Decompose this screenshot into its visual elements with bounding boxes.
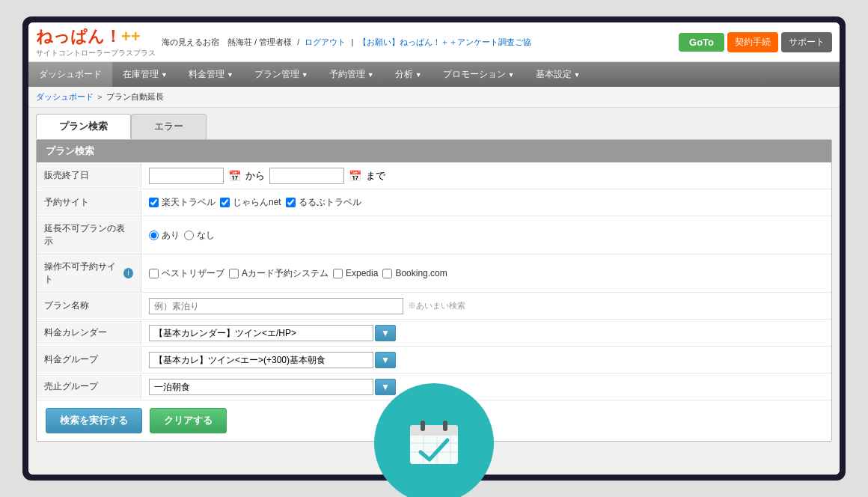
nav-settings-arrow: ▼ xyxy=(574,71,581,79)
radio-nashi[interactable]: なし xyxy=(184,229,215,242)
nav-rate-arrow: ▼ xyxy=(227,71,233,79)
sale-end-date-from[interactable] xyxy=(149,168,224,184)
label-rate-calendar: 料金カレンダー xyxy=(37,320,141,345)
svg-rect-4 xyxy=(443,421,447,431)
tab-plan-search[interactable]: プラン検索 xyxy=(36,114,131,139)
nav-inventory-arrow: ▼ xyxy=(161,71,168,79)
cal-to-icon: 📅 xyxy=(349,170,361,182)
rate-group-select[interactable]: 【基本カレ】ツイン<エー>(+300)基本朝食 xyxy=(149,352,373,368)
calendar-circle xyxy=(374,383,494,497)
sale-end-date-to[interactable] xyxy=(269,168,344,184)
contract-button[interactable]: 契約手続 xyxy=(727,32,778,52)
form-panel-header: プラン検索 xyxy=(37,140,831,162)
plan-name-input[interactable] xyxy=(149,298,403,314)
nav-promo[interactable]: プロモーション ▼ xyxy=(433,62,525,87)
checkbox-booking-input[interactable] xyxy=(382,269,392,278)
nav-dashboard[interactable]: ダッシュボード xyxy=(28,62,112,87)
goto-button[interactable]: GoTo xyxy=(679,33,724,52)
tabs-area: プラン検索 エラー xyxy=(28,108,840,139)
field-rate-group: 【基本カレ】ツイン<エー>(+300)基本朝食 ▼ xyxy=(141,347,831,373)
logout-link[interactable]: ログアウト xyxy=(305,37,346,48)
enquete-link[interactable]: 【お願い】ねっぱん！＋＋アンケート調査ご協 xyxy=(358,37,531,48)
info-icon[interactable]: i xyxy=(123,268,133,278)
nav-plan-label: プラン管理 xyxy=(254,68,299,81)
label-booking-site: 予約サイト xyxy=(37,190,141,215)
tab-plan-search-label: プラン検索 xyxy=(59,121,108,132)
clear-button[interactable]: クリアする xyxy=(150,408,227,433)
checkbox-rurubu[interactable]: るるぶトラベル xyxy=(286,196,361,209)
nav-inventory[interactable]: 在庫管理 ▼ xyxy=(112,62,178,87)
checkbox-acard[interactable]: Aカード予約システム xyxy=(229,267,328,280)
nav-analysis[interactable]: 分析 ▼ xyxy=(385,62,433,87)
row-unavailable-site: 操作不可予約サイト i ベストリザーブ Aカード予約システム xyxy=(37,254,831,293)
label-unavailable-site: 操作不可予約サイト i xyxy=(37,254,141,292)
checkbox-acard-input[interactable] xyxy=(229,269,239,278)
field-plan-name: ※あいまい検索 xyxy=(141,293,831,319)
checkbox-expedia-input[interactable] xyxy=(333,269,343,278)
nav-promo-arrow: ▼ xyxy=(508,71,515,79)
logo-area: ねっぱん！++ サイトコントローラープラスプラス xyxy=(36,25,156,58)
search-button[interactable]: 検索を実行する xyxy=(46,408,142,433)
breadcrumb-home[interactable]: ダッシュボード xyxy=(36,92,94,101)
header-buttons: GoTo 契約手続 サポート xyxy=(679,32,832,52)
field-booking-site: 楽天トラベル じゃらんnet るるぶトラベル xyxy=(141,192,831,213)
radio-nashi-input[interactable] xyxy=(184,231,194,240)
checkbox-expedia[interactable]: Expedia xyxy=(333,268,378,278)
nav-plan-arrow: ▼ xyxy=(302,71,308,79)
rate-calendar-select[interactable]: 【基本カレンダー】ツイン<エ/HP> xyxy=(149,325,373,341)
nav-rate-label: 料金管理 xyxy=(189,68,224,81)
tab-error-label: エラー xyxy=(154,121,183,132)
label-sale-end-date: 販売終了日 xyxy=(37,163,141,188)
sale-group-select[interactable]: 一泊朝食 xyxy=(149,379,373,395)
checkbox-booking[interactable]: Booking.com xyxy=(382,268,447,278)
sale-group-select-wrap: 一泊朝食 ▼ xyxy=(149,379,396,395)
radio-ari[interactable]: あり xyxy=(149,229,180,242)
radio-ari-input[interactable] xyxy=(149,231,159,240)
label-extension-display: 延長不可プランの表示 xyxy=(37,216,141,254)
plan-name-hint: ※あいまい検索 xyxy=(408,300,465,311)
breadcrumb-separator: ＞ xyxy=(96,92,106,101)
row-extension-display: 延長不可プランの表示 あり なし xyxy=(37,216,831,254)
field-sale-group: 一泊朝食 ▼ xyxy=(141,374,831,400)
checkbox-rurubu-input[interactable] xyxy=(286,198,296,207)
logo-main: ねっぱん！++ xyxy=(36,25,156,48)
screen-frame: ねっぱん！++ サイトコントローラープラスプラス 海の見えるお宿 熱海荘 / 管… xyxy=(22,16,846,481)
field-rate-calendar: 【基本カレンダー】ツイン<エ/HP> ▼ xyxy=(141,320,831,346)
checkbox-jalan-input[interactable] xyxy=(220,198,230,207)
field-sale-end-date: 📅 から 📅 まで xyxy=(141,163,831,189)
checkbox-rakuten-input[interactable] xyxy=(149,198,159,207)
header-info: 海の見えるお宿 熱海荘 / 管理者様 / ログアウト | 【お願い】ねっぱん！＋… xyxy=(162,37,673,48)
checkbox-rakuten[interactable]: 楽天トラベル xyxy=(149,196,216,209)
cal-from-icon: 📅 xyxy=(228,170,241,182)
breadcrumb: ダッシュボード ＞ プラン自動延長 xyxy=(28,87,840,108)
label-plan-name: プラン名称 xyxy=(37,293,141,318)
nav-promo-label: プロモーション xyxy=(443,68,506,81)
nav-reservation[interactable]: 予約管理 ▼ xyxy=(319,62,385,87)
nav-reservation-label: 予約管理 xyxy=(329,68,365,81)
label-rate-group: 料金グループ xyxy=(37,347,141,372)
nav-plan[interactable]: プラン管理 ▼ xyxy=(244,62,319,87)
nav-inventory-label: 在庫管理 xyxy=(123,68,159,81)
nav-dashboard-label: ダッシュボード xyxy=(39,68,102,81)
row-plan-name: プラン名称 ※あいまい検索 xyxy=(37,293,831,320)
rate-group-select-wrap: 【基本カレ】ツイン<エー>(+300)基本朝食 ▼ xyxy=(149,352,396,368)
tab-error[interactable]: エラー xyxy=(131,114,207,139)
checkbox-bestresv-input[interactable] xyxy=(149,269,159,278)
support-button[interactable]: サポート xyxy=(781,32,832,52)
row-rate-group: 料金グループ 【基本カレ】ツイン<エー>(+300)基本朝食 ▼ xyxy=(37,347,831,373)
calendar-icon xyxy=(404,413,464,473)
nav-rate[interactable]: 料金管理 ▼ xyxy=(178,62,244,87)
hotel-info: 海の見えるお宿 熱海荘 / 管理者様 xyxy=(162,37,292,48)
rate-group-dropdown-btn[interactable]: ▼ xyxy=(375,352,396,368)
checkbox-jalan[interactable]: じゃらんnet xyxy=(220,196,281,209)
top-header: ねっぱん！++ サイトコントローラープラスプラス 海の見えるお宿 熱海荘 / 管… xyxy=(28,22,840,62)
checkbox-bestresv[interactable]: ベストリザーブ xyxy=(149,267,224,280)
from-text: から xyxy=(245,169,265,183)
logo-sub: サイトコントローラープラスプラス xyxy=(36,48,156,58)
nav-settings[interactable]: 基本設定 ▼ xyxy=(525,62,591,87)
sale-group-dropdown-btn[interactable]: ▼ xyxy=(375,379,396,395)
rate-calendar-dropdown-btn[interactable]: ▼ xyxy=(375,325,396,341)
breadcrumb-current: プラン自動延長 xyxy=(106,92,164,101)
to-text: まで xyxy=(366,169,385,183)
row-booking-site: 予約サイト 楽天トラベル じゃらんnet xyxy=(37,189,831,216)
